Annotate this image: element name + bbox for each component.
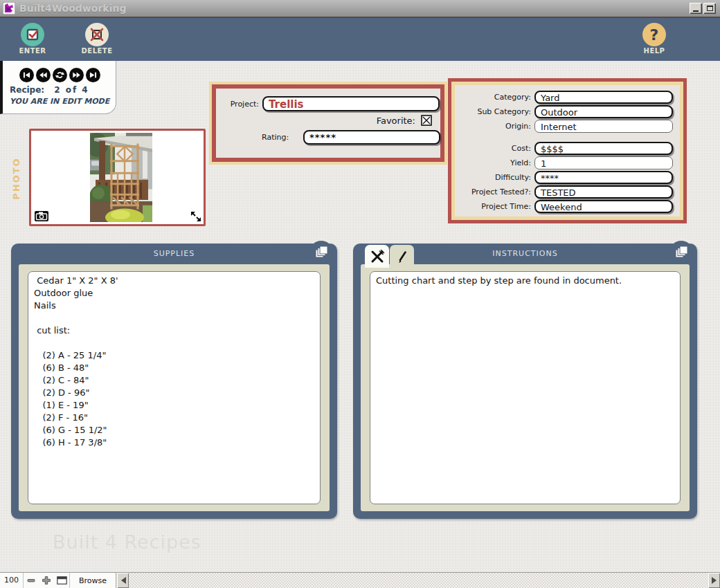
delete-label: DELETE (75, 47, 118, 55)
supplies-panel: SUPPLIES Cedar 1" X 2" X 8' Outdoor glue… (11, 244, 337, 519)
help-label: HELP (633, 47, 676, 55)
zoom-in-icon (42, 576, 51, 585)
supplies-title: SUPPLIES (11, 244, 337, 264)
photo-label: PHOTO (11, 151, 21, 206)
project-time-label: Project Time: (455, 202, 531, 211)
zoom-in-button[interactable] (39, 573, 54, 588)
first-record-button[interactable] (19, 68, 34, 82)
yield-label: Yield: (455, 158, 531, 167)
scroll-right-icon (712, 577, 720, 584)
photo-container[interactable] (29, 129, 206, 226)
copy-instructions-button[interactable] (669, 241, 693, 264)
pencil-icon (395, 249, 410, 264)
supplies-text-field[interactable]: Cedar 1" X 2" X 8' Outdoor glue Nails cu… (28, 271, 321, 504)
supplies-body: Cedar 1" X 2" X 8' Outdoor glue Nails cu… (19, 264, 330, 511)
status-bar: 100 Browse (0, 572, 720, 588)
scroll-right-button[interactable] (708, 573, 720, 588)
layout-watermark: Built 4 Recipes (53, 531, 201, 553)
cost-field[interactable]: $$$$ (534, 142, 673, 155)
category-field[interactable]: Yard (534, 91, 673, 104)
first-record-icon (22, 71, 31, 80)
zoom-level-display[interactable]: 100 (0, 573, 24, 588)
rating-field[interactable]: ***** (303, 130, 440, 145)
zoom-out-icon (27, 576, 35, 585)
cost-label: Cost: (455, 144, 531, 153)
last-record-icon (89, 71, 98, 80)
previous-record-button[interactable] (36, 68, 51, 82)
svg-text:?: ? (650, 26, 659, 44)
project-time-field[interactable]: Weekend (534, 200, 673, 213)
favorite-checkbox[interactable] (421, 115, 432, 126)
record-navigation-card: Recipe:2 of 4 YOU ARE IN EDIT MODE (0, 61, 116, 114)
origin-label: Origin: (455, 122, 531, 131)
instructions-body: Cutting chart and step by step are found… (361, 264, 690, 511)
app-icon (3, 2, 15, 15)
instructions-panel: INSTRUCTIONS Cutting chart and step by (353, 244, 697, 519)
delete-record-icon (85, 23, 109, 46)
minimize-icon (693, 10, 699, 12)
scroll-left-icon (118, 577, 126, 584)
next-record-button[interactable] (69, 68, 84, 82)
copy-supplies-button[interactable] (309, 241, 333, 264)
enter-button[interactable]: ENTER (11, 23, 54, 55)
last-record-button[interactable] (86, 68, 100, 82)
record-label: Recipe: (10, 85, 44, 95)
status-area-toggle-button[interactable] (54, 573, 69, 588)
maximize-icon (707, 6, 713, 11)
project-tested-label: Project Tested?: (455, 187, 531, 196)
utensils-icon (370, 249, 385, 264)
resize-arrows-icon[interactable] (190, 211, 201, 222)
trellis-photo (90, 133, 152, 222)
copy-pages-icon (316, 246, 327, 257)
titlebar: Built4Woodworking (0, 0, 720, 18)
project-tested-field[interactable]: TESTED (534, 185, 673, 199)
scroll-left-button[interactable] (117, 573, 129, 588)
tab-recipe-utensils[interactable] (365, 245, 389, 268)
refresh-record-icon (55, 71, 64, 80)
question-mark-icon: ? (642, 23, 666, 46)
camera-icon[interactable] (35, 211, 48, 221)
favorite-label: Favorite: (377, 116, 415, 126)
origin-field[interactable]: Internet (534, 120, 673, 133)
sub-category-field[interactable]: Outdoor (534, 105, 673, 118)
next-record-icon (72, 71, 81, 80)
maximize-button[interactable] (703, 3, 716, 14)
yield-field[interactable]: 1 (534, 156, 673, 169)
project-label: Project: (216, 100, 259, 109)
enter-checkbox-icon (21, 23, 44, 46)
rating-label: Rating: (216, 133, 299, 142)
copy-pages-icon (676, 246, 687, 257)
window-title: Built4Woodworking (19, 3, 126, 14)
minimize-button[interactable] (690, 3, 702, 14)
difficulty-label: Difficulty: (455, 173, 531, 182)
previous-record-icon (39, 71, 48, 80)
sub-category-label: Sub Category: (455, 107, 531, 116)
project-name-field[interactable]: Trellis (262, 96, 440, 111)
zoom-out-button[interactable] (24, 573, 39, 588)
tab-edit-pencil[interactable] (390, 245, 414, 268)
edit-mode-message: YOU ARE IN EDIT MODE (3, 95, 116, 106)
instructions-text-field[interactable]: Cutting chart and step by step are found… (370, 271, 681, 504)
record-position: 2 of 4 (54, 85, 89, 95)
mode-selector[interactable]: Browse (70, 576, 116, 585)
app-window: Built4Woodworking ENTER DELETE (0, 0, 720, 588)
project-group-box: Project: Trellis Favorite: Rating: ***** (209, 82, 447, 165)
refresh-record-button[interactable] (53, 68, 67, 82)
help-button[interactable]: ? HELP (633, 23, 676, 55)
enter-label: ENTER (11, 47, 54, 55)
category-label: Category: (455, 93, 531, 102)
difficulty-field[interactable]: **** (534, 171, 673, 184)
delete-button[interactable]: DELETE (75, 23, 118, 55)
details-group-box: Category: Yard Sub Category: Outdoor Ori… (448, 78, 687, 223)
toolbar: ENTER DELETE ? HELP (0, 18, 720, 61)
status-toggle-icon (57, 576, 67, 585)
